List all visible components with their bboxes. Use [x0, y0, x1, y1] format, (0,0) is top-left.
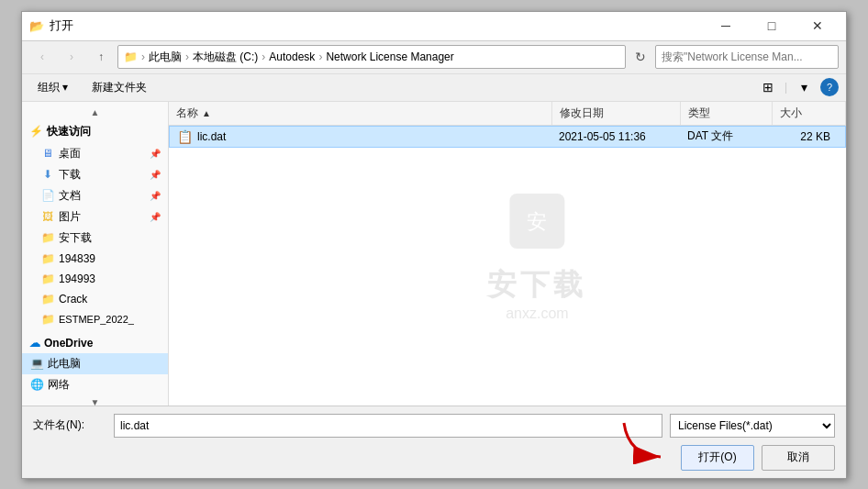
minimize-button[interactable]: ─: [705, 12, 747, 39]
sidebar-item-crack-label: Crack: [59, 293, 87, 306]
crack-folder-icon: 📁: [40, 292, 55, 306]
f194839-folder-icon: 📁: [40, 251, 55, 266]
title-bar-controls: ─ □ ✕: [705, 12, 839, 39]
filetype-select[interactable]: License Files(*.dat): [670, 414, 835, 438]
title-bar: 📂 打开 ─ □ ✕: [22, 12, 846, 41]
file-cell-type: DAT 文件: [680, 128, 772, 144]
search-input[interactable]: [655, 45, 839, 69]
sidebar-item-network[interactable]: 🌐 网络: [22, 374, 168, 395]
col-type[interactable]: 类型: [681, 102, 773, 125]
sidebar-item-crack[interactable]: 📁 Crack: [22, 289, 168, 309]
sidebar-item-desktop-label: 桌面: [59, 146, 81, 161]
dialog-title: 打开: [50, 17, 73, 34]
address-nlm[interactable]: Network License Manager: [326, 50, 453, 63]
sidebar-item-anxia[interactable]: 📁 安下载: [22, 228, 168, 249]
pin-icon-documents: 📌: [150, 191, 161, 201]
sidebar-quick-access-header[interactable]: ⚡ 快速访问: [22, 120, 168, 143]
sidebar-scroll-down[interactable]: ▼: [22, 395, 168, 406]
pictures-folder-icon: 🖼: [40, 209, 55, 224]
sidebar-item-194839[interactable]: 📁 194839: [22, 249, 168, 269]
up-button[interactable]: ↑: [88, 46, 114, 68]
address-sep2: ›: [185, 50, 189, 63]
sidebar-item-downloads-label: 下载: [59, 167, 81, 183]
second-toolbar: 组织 ▾ 新建文件夹 ⊞ | ▾ ?: [22, 74, 846, 102]
col-type-label: 类型: [688, 106, 710, 121]
file-icon-dat: 📋: [177, 129, 192, 144]
onedrive-icon: ☁: [29, 337, 40, 350]
sidebar-scroll-up[interactable]: ▲: [22, 106, 168, 120]
open-button[interactable]: 打开(O): [681, 445, 754, 471]
documents-folder-icon: 📄: [40, 188, 55, 203]
col-modified-label: 修改日期: [560, 106, 604, 121]
view-toggle-button[interactable]: ⊞: [755, 76, 781, 98]
file-cell-size: 22 KB: [772, 130, 845, 143]
address-folder-icon: 📁: [124, 50, 138, 63]
sidebar-item-pictures-label: 图片: [59, 209, 81, 225]
f194993-folder-icon: 📁: [40, 272, 55, 286]
help-button[interactable]: ?: [820, 78, 839, 96]
col-modified[interactable]: 修改日期: [552, 102, 681, 125]
address-thispc[interactable]: 此电脑: [149, 50, 182, 65]
desktop-folder-icon: 🖥: [40, 146, 55, 161]
table-row[interactable]: 📋 lic.dat 2021-05-05 11:36 DAT 文件 22 KB: [169, 126, 846, 148]
bottom-bar: 文件名(N): License Files(*.dat) 打开(O) 取: [22, 406, 846, 478]
filename-input[interactable]: [114, 414, 662, 438]
col-size[interactable]: 大小: [773, 102, 846, 125]
anxia-folder-icon: 📁: [40, 230, 55, 245]
pin-icon-downloads: 📌: [150, 170, 161, 180]
estmep-folder-icon: 📁: [40, 312, 55, 327]
sidebar-item-documents[interactable]: 📄 文档 📌: [22, 185, 168, 206]
back-button[interactable]: ‹: [29, 46, 55, 68]
address-disk[interactable]: 本地磁盘 (C:): [193, 50, 258, 65]
dialog-icon: 📂: [29, 19, 44, 33]
bottom-buttons: 打开(O) 取消: [33, 445, 835, 471]
view-dropdown-button[interactable]: ▾: [791, 76, 817, 98]
address-sep1: ›: [141, 50, 145, 63]
sidebar-item-194993-label: 194993: [59, 272, 95, 285]
sidebar-network-label: 网络: [48, 377, 70, 393]
sidebar-item-desktop[interactable]: 🖥 桌面 📌: [22, 143, 168, 164]
filename-label: 文件名(N):: [33, 417, 106, 433]
address-bar[interactable]: 📁 › 此电脑 › 本地磁盘 (C:) › Autodesk › Network…: [117, 45, 626, 69]
sidebar-item-thispc[interactable]: 💻 此电脑: [22, 353, 168, 374]
sidebar-item-estmep-label: ESTMEP_2022_: [59, 314, 134, 325]
quick-access-icon: ⚡: [29, 125, 43, 138]
onedrive-label: OneDrive: [44, 337, 93, 350]
sidebar-item-downloads[interactable]: ⬇ 下载 📌: [22, 164, 168, 185]
nav-toolbar: ‹ › ↑ 📁 › 此电脑 › 本地磁盘 (C:) › Autodesk › N…: [22, 41, 846, 74]
maximize-button[interactable]: □: [751, 12, 793, 39]
organize-button[interactable]: 组织 ▾: [29, 76, 76, 98]
quick-access-label: 快速访问: [47, 124, 91, 139]
cancel-button[interactable]: 取消: [762, 445, 835, 471]
file-cell-modified: 2021-05-05 11:36: [551, 130, 680, 143]
address-autodesk[interactable]: Autodesk: [269, 50, 315, 63]
file-cell-name: 📋 lic.dat: [170, 129, 551, 144]
sidebar-item-194839-label: 194839: [59, 252, 95, 265]
sidebar-item-documents-label: 文档: [59, 188, 81, 204]
sidebar-onedrive[interactable]: ☁ OneDrive: [22, 333, 168, 353]
col-size-label: 大小: [780, 106, 802, 121]
filename-row: 文件名(N): License Files(*.dat): [33, 414, 835, 438]
main-content: ▲ ⚡ 快速访问 🖥 桌面 📌 ⬇ 下载 📌 📄 文档 📌: [22, 102, 846, 406]
col-name-label: 名称: [176, 106, 198, 121]
title-bar-left: 📂 打开: [29, 17, 73, 34]
sidebar-item-194993[interactable]: 📁 194993: [22, 269, 168, 289]
thispc-icon: 💻: [29, 356, 44, 371]
downloads-folder-icon: ⬇: [40, 167, 55, 182]
open-dialog: 📂 打开 ─ □ ✕ ‹ › ↑ 📁 › 此电脑 › 本地磁盘 (C:) › A…: [21, 11, 847, 479]
forward-button[interactable]: ›: [59, 46, 84, 68]
sidebar-item-estmep[interactable]: 📁 ESTMEP_2022_: [22, 309, 168, 329]
file-list: 📋 lic.dat 2021-05-05 11:36 DAT 文件 22 KB: [169, 126, 846, 406]
new-folder-button[interactable]: 新建文件夹: [83, 76, 155, 98]
col-name[interactable]: 名称 ▲: [169, 102, 552, 125]
close-button[interactable]: ✕: [796, 12, 839, 39]
sidebar-item-anxia-label: 安下载: [59, 230, 92, 246]
address-sep3: ›: [262, 50, 265, 63]
file-name-text: lic.dat: [197, 130, 226, 143]
refresh-button[interactable]: ↻: [629, 46, 651, 68]
sidebar-item-pictures[interactable]: 🖼 图片 📌: [22, 206, 168, 228]
address-sep4: ›: [318, 50, 322, 63]
pin-icon-desktop: 📌: [150, 149, 161, 159]
network-icon: 🌐: [29, 377, 44, 392]
file-header: 名称 ▲ 修改日期 类型 大小: [169, 102, 846, 126]
